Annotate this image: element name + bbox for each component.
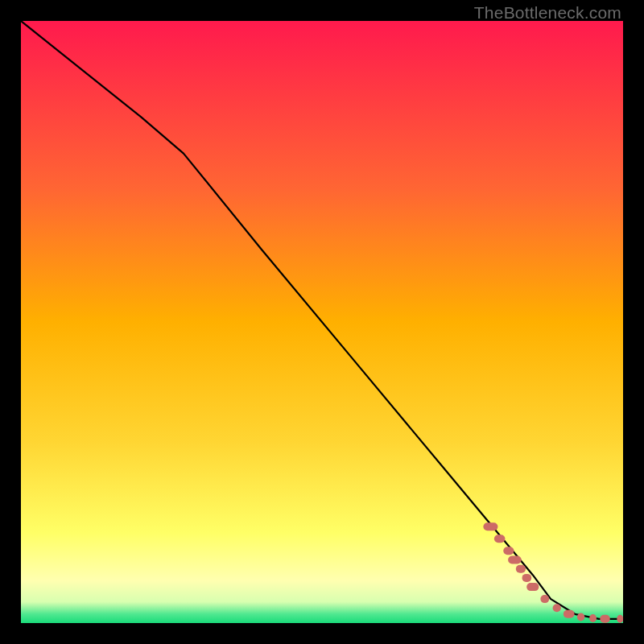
marker-point	[553, 604, 561, 612]
marker-point	[540, 595, 549, 603]
marker-point	[617, 615, 623, 623]
marker-point	[564, 610, 575, 618]
marker-point	[508, 556, 522, 564]
marker-point	[589, 614, 597, 622]
marker-point	[577, 613, 584, 621]
marker-point	[600, 615, 610, 623]
marker-point	[526, 583, 539, 591]
marker-point	[522, 574, 532, 582]
plot-area	[21, 21, 623, 623]
marker-point	[483, 522, 497, 530]
marker-point	[494, 535, 506, 543]
watermark-text: TheBottleneck.com	[474, 3, 621, 23]
curve-layer	[21, 21, 623, 623]
marker-group	[483, 522, 623, 623]
marker-point	[503, 547, 514, 555]
marker-point	[516, 565, 526, 573]
chart-frame: TheBottleneck.com	[0, 0, 644, 644]
bottleneck-curve	[21, 21, 623, 619]
